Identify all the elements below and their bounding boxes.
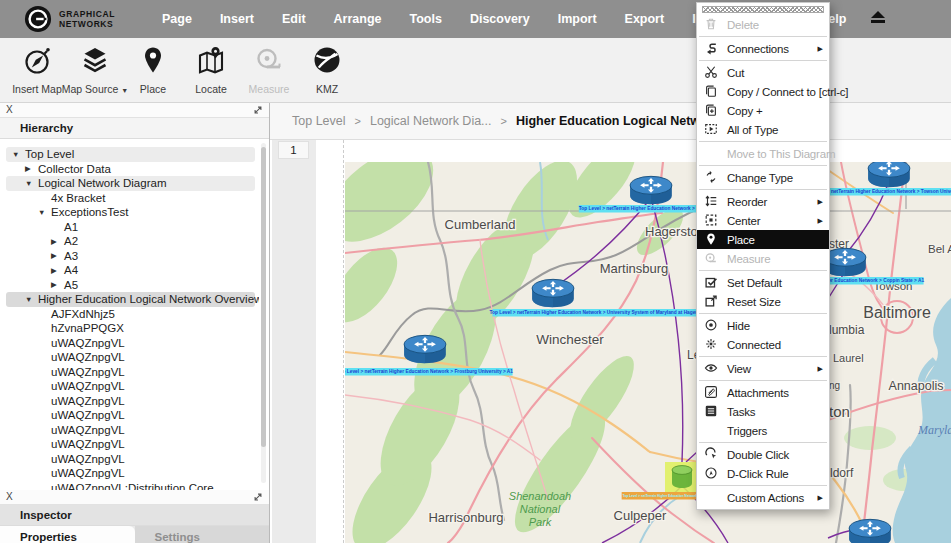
menu-item-label: Triggers: [727, 425, 825, 437]
map-canvas[interactable]: CumberlandHagerstownMartinsburgWincheste…: [345, 162, 951, 543]
router-node[interactable]: [849, 519, 891, 543]
tree-item[interactable]: uWAQZnpgVL: [6, 350, 255, 365]
tree-expand-icon[interactable]: ▶: [51, 280, 64, 289]
tree-item[interactable]: ▶A2: [6, 234, 255, 249]
expand-icon[interactable]: [253, 492, 263, 502]
menu-item-triggers[interactable]: Triggers: [697, 421, 829, 440]
tree-item[interactable]: uWAQZnpgVL: [6, 365, 255, 380]
close-icon[interactable]: X: [6, 492, 13, 502]
tree-item[interactable]: ▼ExceptionsTest: [6, 205, 255, 220]
menu-item-reorder[interactable]: Reorder▶: [697, 192, 829, 211]
tree-item[interactable]: uWAQZnpgVL: [6, 408, 255, 423]
tree-collapse-icon[interactable]: ▼: [25, 179, 38, 188]
tree-item[interactable]: ▼Logical Network Diagram: [6, 176, 255, 191]
tree-item[interactable]: uWAQZnpgVL: [6, 437, 255, 452]
all-of-type-icon: [704, 122, 720, 137]
menu-item-cut[interactable]: Cut: [697, 63, 829, 82]
menu-item-copy-connect-to-ctrl-c[interactable]: Copy / Connect to [ctrl-c]: [697, 82, 829, 101]
tasks-icon: [704, 404, 720, 419]
menu-item-d-click-rule[interactable]: D-Click Rule: [697, 464, 829, 483]
tree-item[interactable]: ▼Top Level: [6, 147, 255, 162]
tree-item[interactable]: A1: [6, 220, 255, 235]
tree-item[interactable]: uWAQZnpgVL: [6, 452, 255, 467]
tree-item-label: A3: [64, 250, 78, 262]
menu-item-arrange[interactable]: Arrange: [320, 0, 396, 38]
tab-settings[interactable]: Settings: [135, 526, 270, 543]
tree-scrollbar-thumb[interactable]: [261, 147, 266, 447]
toolbar-button-label: KMZ: [316, 83, 338, 95]
tree-item[interactable]: 4x Bracket: [6, 191, 255, 206]
menu-item-place[interactable]: Place: [697, 230, 829, 249]
tree-item[interactable]: ▼Higher Education Logical Network Overvi…: [6, 292, 255, 307]
menu-item-export[interactable]: Export: [611, 0, 679, 38]
router-node[interactable]: [868, 162, 910, 187]
menu-item-all-of-type[interactable]: All of Type: [697, 120, 829, 139]
tree-expand-icon[interactable]: ▶: [51, 251, 64, 260]
tree-item[interactable]: ▶A3: [6, 249, 255, 264]
menu-item-set-default[interactable]: Set Default: [697, 273, 829, 292]
tape-sm-icon: [704, 251, 720, 266]
menu-item-double-click[interactable]: Double Click: [697, 445, 829, 464]
tree-item[interactable]: uWAQZnpgVL: [6, 423, 255, 438]
eject-icon[interactable]: [870, 11, 886, 23]
tree-item[interactable]: uWAQZnpgVL: [6, 336, 255, 351]
menu-item-discovery[interactable]: Discovery: [456, 0, 544, 38]
menu-item-center[interactable]: Center▶: [697, 211, 829, 230]
tree-item[interactable]: ▶A5: [6, 278, 255, 293]
toolbar-button-kmz[interactable]: KMZ: [298, 45, 356, 95]
pin-icon: [138, 45, 168, 79]
menu-item-hide[interactable]: Hide: [697, 316, 829, 335]
router-node[interactable]: [532, 279, 574, 307]
menu-item-connections[interactable]: Connections▶: [697, 39, 829, 58]
menu-item-insert[interactable]: Insert: [206, 0, 268, 38]
breadcrumb-item[interactable]: Top Level: [292, 114, 346, 128]
tab-properties[interactable]: Properties: [0, 526, 135, 543]
tree-item[interactable]: AJFXdNhjz5: [6, 307, 255, 322]
menu-item-tools[interactable]: Tools: [395, 0, 455, 38]
toolbar-button-map-source[interactable]: Map Source▼: [66, 45, 124, 95]
menu-item-custom-actions[interactable]: Custom Actions▶: [697, 488, 829, 507]
toolbar-button-label: Locate: [195, 83, 227, 95]
toolbar-button-insert-map[interactable]: Insert Map: [8, 45, 66, 95]
tree-item[interactable]: ▶Collector Data: [6, 162, 255, 177]
menu-item-view[interactable]: View▶: [697, 359, 829, 378]
menu-item-attachments[interactable]: Attachments: [697, 383, 829, 402]
tree-collapse-icon[interactable]: ▼: [38, 208, 51, 217]
toolbar-button-locate[interactable]: Locate: [182, 45, 240, 95]
menu-item-connected[interactable]: Connected: [697, 335, 829, 354]
tree-scrollbar-track[interactable]: [261, 143, 266, 483]
menu-item-copy[interactable]: Copy +: [697, 101, 829, 120]
menu-item-import[interactable]: Import: [544, 0, 611, 38]
selected-node[interactable]: [665, 462, 699, 495]
close-icon[interactable]: X: [6, 105, 13, 115]
router-node[interactable]: [630, 176, 672, 204]
tree-collapse-icon[interactable]: ▼: [25, 295, 38, 304]
expand-icon[interactable]: [253, 105, 263, 115]
menu-drag-handle[interactable]: [702, 6, 824, 13]
hierarchy-panel: X Hierarchy ▼Top Level▶Collector Data▼Lo…: [0, 103, 270, 490]
toolbar-button-place[interactable]: Place: [124, 45, 182, 95]
tree-item[interactable]: ▶A4: [6, 263, 255, 278]
map-container[interactable]: CumberlandHagerstownMartinsburgWincheste…: [345, 162, 951, 543]
tree-item[interactable]: uWAQZnpgVL: [6, 379, 255, 394]
diagram-canvas[interactable]: 1: [270, 140, 951, 543]
router-node[interactable]: [824, 248, 866, 276]
tree-item[interactable]: hZvnaPPQGX: [6, 321, 255, 336]
app-window: GRAPHICAL NETWORKS PageInsertEditArrange…: [0, 0, 951, 543]
menu-item-label: Cut: [727, 67, 825, 79]
tree-expand-icon[interactable]: ▶: [25, 164, 38, 173]
tree-expand-icon[interactable]: ▶: [51, 237, 64, 246]
menu-item-page[interactable]: Page: [148, 0, 206, 38]
tree-item[interactable]: uWAQZnpgVL: [6, 394, 255, 409]
tree-expand-icon[interactable]: ▶: [51, 266, 64, 275]
router-node[interactable]: [404, 335, 446, 363]
breadcrumb-item[interactable]: Logical Network Dia...: [370, 114, 492, 128]
menu-item-reset-size[interactable]: Reset Size: [697, 292, 829, 311]
tree-item[interactable]: uWAQZnpgVL: [6, 466, 255, 481]
tree-collapse-icon[interactable]: ▼: [12, 150, 25, 159]
menu-item-tasks[interactable]: Tasks: [697, 402, 829, 421]
menu-item-edit[interactable]: Edit: [268, 0, 320, 38]
menu-item-change-type[interactable]: Change Type: [697, 168, 829, 187]
tree-item[interactable]: uWAQZnpgVL:Distribution Core: [6, 481, 255, 491]
double-click-icon: [704, 447, 720, 462]
